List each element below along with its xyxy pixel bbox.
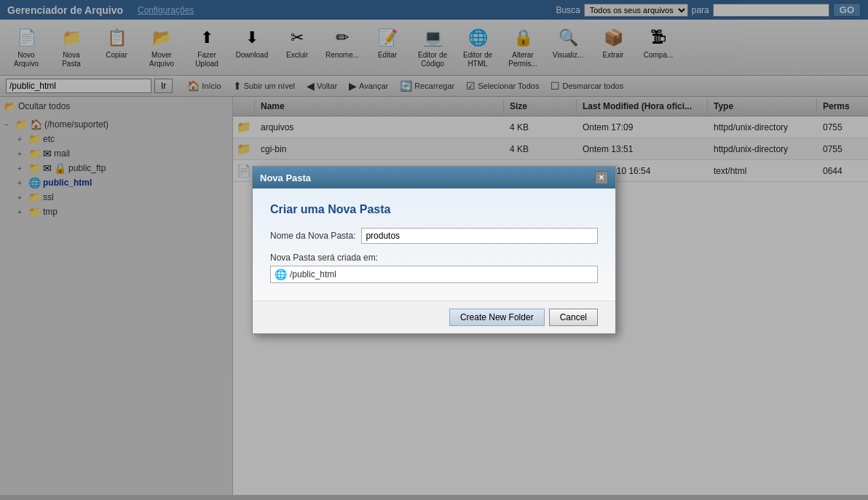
dialog-title: Nova Pasta [260,172,311,183]
folder-name-row: Nome da Nova Pasta: [270,228,598,244]
folder-name-label: Nome da Nova Pasta: [270,231,355,241]
folder-name-input[interactable] [361,228,598,244]
path-field: 🌐 /public_html [270,266,598,283]
new-folder-dialog: Nova Pasta × Criar uma Nova Pasta Nome d… [252,166,616,334]
path-row-label: Nova Pasta será criada em: [270,253,598,263]
cancel-button[interactable]: Cancel [549,309,598,326]
dialog-heading: Criar uma Nova Pasta [270,203,598,216]
dialog-overlay: Nova Pasta × Criar uma Nova Pasta Nome d… [0,0,868,495]
path-text: /public_html [290,269,593,279]
dialog-footer: Create New Folder Cancel [253,301,615,333]
create-folder-button[interactable]: Create New Folder [449,309,545,326]
dialog-body: Criar uma Nova Pasta Nome da Nova Pasta:… [253,189,615,301]
dialog-close-button[interactable]: × [595,171,608,184]
dialog-titlebar: Nova Pasta × [253,167,615,189]
path-row: Nova Pasta será criada em: 🌐 /public_htm… [270,253,598,283]
path-icon: 🌐 [275,269,287,280]
